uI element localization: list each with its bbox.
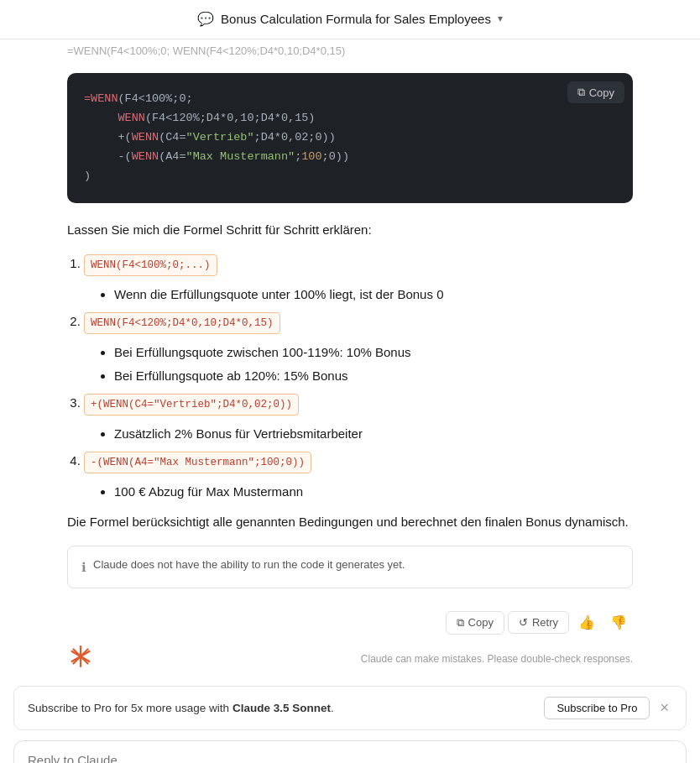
reply-input[interactable]	[28, 753, 672, 763]
conversation-title: Bonus Calculation Formula for Sales Empl…	[221, 9, 491, 29]
thumbs-up-icon: 👍	[578, 615, 595, 630]
steps-list: WENN(F4<100%;0;...) Wenn die Erfüllungsq…	[67, 253, 633, 502]
code-copy-button[interactable]: ⧉ Copy	[567, 81, 624, 103]
subscribe-text: Subscribe to Pro for 5x more usage with …	[28, 699, 334, 718]
subscribe-to-pro-button[interactable]: Subscribe to Pro	[544, 697, 650, 719]
step-2-badge: WENN(F4<120%;D4*0,10;D4*0,15)	[84, 312, 280, 334]
copy-button[interactable]: ⧉ Copy	[446, 611, 504, 635]
step-1: WENN(F4<100%;0;...) Wenn die Erfüllungsq…	[84, 253, 633, 305]
main-content: =WENN(F4<100%;0; WENN(F4<120%;D4*0,10;D4…	[0, 39, 700, 763]
step-4-badge: -(WENN(A4="Max Mustermann";100;0))	[84, 452, 311, 473]
info-notice: ℹ Claude does not have the ability to ru…	[67, 546, 633, 588]
code-block: =WENN(F4<100%;0; WENN(F4<120%;D4*0,10;D4…	[67, 73, 633, 203]
chat-icon: 💬	[197, 8, 214, 30]
step-3: +(WENN(C4="Vertrieb";D4*0,02;0)) Zusätzl…	[84, 393, 633, 444]
step-3-bullet-1: Zusätzlich 2% Bonus für Vertriebsmitarbe…	[114, 424, 633, 444]
code-block-wrapper: ⧉ Copy =WENN(F4<100%;0; WENN(F4<120%;D4*…	[67, 73, 633, 203]
step-1-badge: WENN(F4<100%;0;...)	[84, 254, 217, 276]
copy-icon-small: ⧉	[457, 616, 464, 630]
info-icon: ℹ	[81, 557, 86, 577]
step-2: WENN(F4<120%;D4*0,10;D4*0,15) Bei Erfüll…	[84, 311, 633, 386]
step-4-bullet-1: 100 € Abzug für Max Mustermann	[114, 482, 633, 502]
retry-icon: ↺	[519, 616, 528, 629]
step-3-badge: +(WENN(C4="Vertrieb";D4*0,02;0))	[84, 394, 299, 415]
closing-text: Die Formel berücksichtigt alle genannten…	[67, 512, 633, 532]
subscribe-banner: Subscribe to Pro for 5x more usage with …	[13, 686, 687, 730]
chevron-down-icon[interactable]: ▾	[498, 11, 503, 27]
step-1-bullet-1: Wenn die Erfüllungsquote unter 100% lieg…	[114, 285, 633, 305]
claude-logo-svg	[67, 643, 94, 670]
bottom-actions: ⧉ Copy ↺ Retry 👍 👎	[0, 602, 700, 638]
step-2-bullet-1: Bei Erfüllungsquote zwischen 100-119%: 1…	[114, 342, 633, 363]
top-bar: 💬 Bonus Calculation Formula for Sales Em…	[0, 0, 700, 39]
copy-icon: ⧉	[577, 86, 585, 99]
thumbs-down-button[interactable]: 👎	[604, 610, 633, 635]
explanation-intro: Lassen Sie mich die Formel Schritt für S…	[67, 220, 633, 240]
close-banner-button[interactable]: ×	[656, 699, 672, 717]
input-area: Claude Haiku Choose style ▾ 📷 📎	[13, 740, 687, 763]
disclaimer-text: Claude can make mistakes. Please double-…	[361, 651, 633, 667]
thumbs-down-icon: 👎	[610, 615, 627, 630]
thumbs-up-button[interactable]: 👍	[572, 610, 601, 635]
claude-logo	[67, 643, 94, 676]
response-area: ⧉ Copy =WENN(F4<100%;0; WENN(F4<120%;D4*…	[0, 60, 700, 602]
partial-top-code: =WENN(F4<100%;0; WENN(F4<120%;D4*0,10;D4…	[0, 39, 700, 60]
step-4: -(WENN(A4="Max Mustermann";100;0)) 100 €…	[84, 451, 633, 502]
info-notice-text: Claude does not have the ability to run …	[93, 557, 405, 574]
step-2-bullet-2: Bei Erfüllungsquote ab 120%: 15% Bonus	[114, 366, 633, 386]
retry-button[interactable]: ↺ Retry	[508, 611, 569, 634]
claude-brand-row: Claude can make mistakes. Please double-…	[0, 638, 700, 686]
